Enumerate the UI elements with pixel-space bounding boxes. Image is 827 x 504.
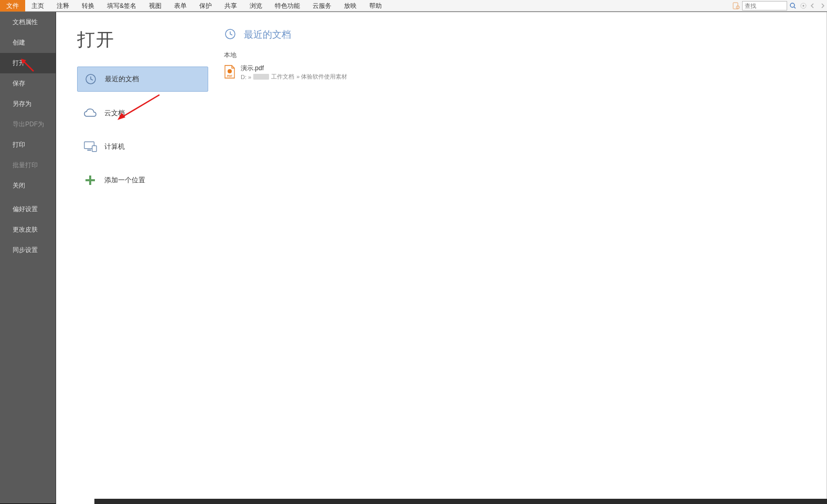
open-panel-right: 最近的文档 本地 PDF 演示.pdf D: » 工作文档 » 体验软件使用素材 <box>208 12 826 504</box>
monitor-icon <box>83 140 97 154</box>
recent-file-item[interactable]: PDF 演示.pdf D: » 工作文档 » 体验软件使用素材 <box>224 62 826 83</box>
sidebar-item-export[interactable]: 导出PDF为 <box>0 114 56 135</box>
menu-tab-form[interactable]: 表单 <box>168 0 193 12</box>
status-bar <box>94 499 827 504</box>
location-recent-label: 最近的文档 <box>105 74 139 84</box>
sidebar-item-close[interactable]: 关闭 <box>0 176 56 196</box>
cloud-icon <box>83 106 97 120</box>
plus-icon <box>83 173 97 187</box>
menu-tab-annotate[interactable]: 注释 <box>50 0 76 12</box>
open-panel-left: 打开 最近的文档 云文档 <box>56 12 208 504</box>
location-cloud[interactable]: 云文档 <box>77 101 208 125</box>
recent-header-label: 最近的文档 <box>244 28 291 41</box>
sidebar-item-save[interactable]: 保存 <box>0 73 56 94</box>
search-go-icon[interactable] <box>787 2 799 9</box>
search-page-icon[interactable] <box>732 1 741 10</box>
menu-tab-convert[interactable]: 转换 <box>76 0 101 12</box>
redacted-segment <box>253 74 269 80</box>
sidebar-item-create[interactable]: 创建 <box>0 32 56 53</box>
location-add[interactable]: 添加一个位置 <box>77 168 208 192</box>
panel-title: 打开 <box>77 28 208 52</box>
sidebar-item-batchprint[interactable]: 批量打印 <box>0 155 56 176</box>
svg-rect-9 <box>92 146 96 151</box>
menu-tab-file[interactable]: 文件 <box>0 0 25 12</box>
menu-tab-browse[interactable]: 浏览 <box>243 0 268 12</box>
gear-icon[interactable] <box>799 2 808 9</box>
recent-file-path: D: » 工作文档 » 体验软件使用素材 <box>241 73 347 81</box>
menu-tab-slideshow[interactable]: 放映 <box>338 0 363 12</box>
svg-rect-11 <box>85 179 95 181</box>
recent-group-label: 本地 <box>224 51 826 60</box>
menu-tab-home[interactable]: 主页 <box>25 0 50 12</box>
menu-tab-cloud[interactable]: 云服务 <box>306 0 338 12</box>
nav-prev-icon[interactable] <box>808 3 818 8</box>
sidebar-item-saveas[interactable]: 另存为 <box>0 94 56 114</box>
svg-line-3 <box>794 7 796 8</box>
menu-tab-view[interactable]: 视图 <box>143 0 168 12</box>
location-recent[interactable]: 最近的文档 <box>77 67 208 92</box>
clock-icon <box>224 28 238 41</box>
svg-point-5 <box>803 5 804 6</box>
location-add-label: 添加一个位置 <box>104 176 145 185</box>
location-computer-label: 计算机 <box>104 142 125 151</box>
svg-point-2 <box>790 3 794 7</box>
menu-tab-sign[interactable]: 填写&签名 <box>101 0 143 12</box>
location-cloud-label: 云文档 <box>104 108 125 118</box>
svg-text:PDF: PDF <box>227 74 232 78</box>
nav-next-icon[interactable] <box>818 3 827 8</box>
menu-tab-help[interactable]: 帮助 <box>363 0 388 12</box>
svg-rect-8 <box>87 150 91 151</box>
file-sidebar: 文档属性 创建 打开 保存 另存为 导出PDF为 打印 批量打印 关闭 偏好设置… <box>0 12 56 504</box>
menu-bar: 文件 主页 注释 转换 填写&签名 视图 表单 保护 共享 浏览 特色功能 云服… <box>0 0 827 12</box>
clock-icon <box>84 72 98 86</box>
search-input[interactable] <box>742 1 787 10</box>
svg-point-13 <box>228 69 232 73</box>
pdf-file-icon: PDF <box>224 65 235 79</box>
location-computer[interactable]: 计算机 <box>77 135 208 159</box>
recent-header: 最近的文档 <box>224 28 826 41</box>
sidebar-item-properties[interactable]: 文档属性 <box>0 12 56 32</box>
menu-tab-share[interactable]: 共享 <box>218 0 243 12</box>
sidebar-item-open[interactable]: 打开 <box>0 53 56 73</box>
sidebar-item-print[interactable]: 打印 <box>0 135 56 155</box>
menu-tab-protect[interactable]: 保护 <box>193 0 218 12</box>
sidebar-item-sync[interactable]: 同步设置 <box>0 240 56 260</box>
sidebar-item-preferences[interactable]: 偏好设置 <box>0 199 56 220</box>
sidebar-item-skin[interactable]: 更改皮肤 <box>0 220 56 240</box>
menu-tab-feature[interactable]: 特色功能 <box>268 0 306 12</box>
recent-file-name: 演示.pdf <box>241 64 347 73</box>
